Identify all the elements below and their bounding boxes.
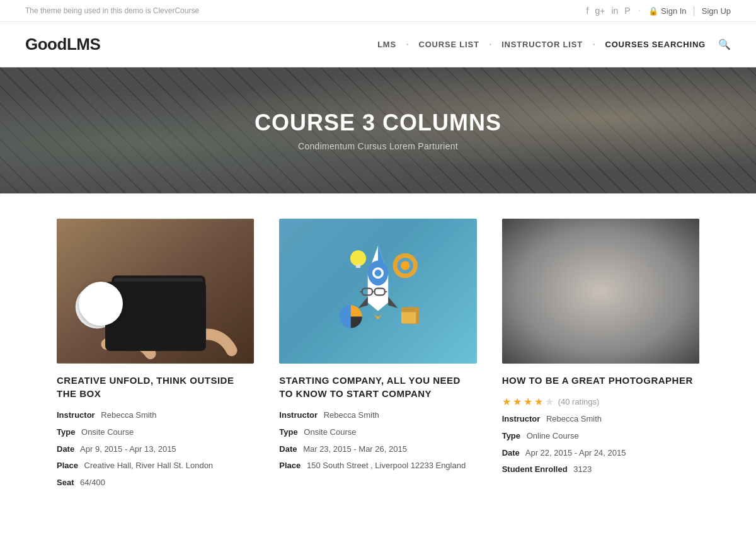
course-card-2[interactable]: STARTING COMPANY, ALL YOU NEED TO KNOW T… — [279, 219, 476, 503]
main-nav: LMS • COURSE LIST • INSTRUCTOR LIST • CO… — [375, 38, 731, 50]
svg-point-25 — [579, 236, 622, 284]
nav-instructor-list[interactable]: INSTRUCTOR LIST — [499, 40, 585, 49]
rating-count: (40 ratings) — [558, 397, 600, 406]
svg-point-6 — [82, 291, 113, 323]
course-info-1: CREATIVE UNFOLD, THINK OUTSIDE THE BOX I… — [57, 364, 254, 503]
course-meta-date-3: Date Apr 22, 2015 - Apr 24, 2015 — [502, 447, 699, 460]
theme-notice: The theme being used in this demo is Cle… — [25, 6, 199, 15]
svg-rect-36 — [626, 287, 644, 297]
svg-rect-2 — [112, 275, 205, 344]
facebook-icon[interactable]: f — [587, 6, 589, 16]
svg-rect-30 — [578, 297, 623, 326]
course-meta-seat-1: Seat 64/400 — [57, 476, 254, 490]
course-meta-type-3: Type Online Course — [502, 430, 699, 443]
google-plus-icon[interactable]: g+ — [595, 6, 605, 16]
svg-point-32 — [592, 304, 609, 320]
svg-rect-24 — [502, 219, 699, 363]
star-5: ★ — [545, 396, 554, 408]
logo-bold: Good — [25, 35, 67, 54]
lock-icon: 🔒 — [648, 6, 658, 16]
sign-up-link[interactable]: Sign Up — [702, 6, 731, 16]
course-title-3: HOW TO BE A GREAT PHOTOGRAPHER — [502, 374, 699, 387]
top-bar-right: f g+ in P · 🔒 Sign In | Sign Up — [587, 5, 731, 16]
star-4-half: ★ — [534, 396, 543, 408]
course-info-3: HOW TO BE A GREAT PHOTOGRAPHER ★ ★ ★ ★ ★… — [502, 364, 699, 490]
courses-section: CREATIVE UNFOLD, THINK OUTSIDE THE BOX I… — [32, 219, 724, 503]
course-meta-place-2: Place 150 South Street , Liverpool 12233… — [279, 459, 476, 473]
social-links: f g+ in P — [587, 6, 631, 16]
course-info-2: STARTING COMPANY, ALL YOU NEED TO KNOW T… — [279, 364, 476, 486]
course-meta-date-2: Date Mar 23, 2015 - Mar 26, 2015 — [279, 443, 476, 456]
nav-course-list[interactable]: COURSE LIST — [416, 40, 481, 49]
svg-point-31 — [589, 301, 612, 323]
course-meta-date-1: Date Apr 9, 2015 - Apr 13, 2015 — [57, 443, 254, 456]
linkedin-icon[interactable]: in — [611, 6, 618, 16]
course-meta-place-1: Place Creative Hall, River Hall St. Lond… — [57, 459, 254, 473]
course-card-3[interactable]: HOW TO BE A GREAT PHOTOGRAPHER ★ ★ ★ ★ ★… — [502, 219, 699, 503]
svg-rect-34 — [580, 297, 593, 303]
nav-courses-searching[interactable]: COURSES SEARCHING — [602, 40, 708, 49]
photographer-illustration — [502, 219, 699, 364]
divider-dot: · — [638, 5, 641, 16]
site-logo[interactable]: GoodLMS — [25, 35, 100, 54]
course-image-3 — [502, 219, 699, 364]
svg-rect-28 — [570, 282, 632, 363]
svg-rect-18 — [401, 308, 416, 312]
search-icon[interactable]: 🔍 — [718, 38, 731, 50]
hero-banner: COURSE 3 COLUMNS Condimentum Cursus Lore… — [0, 67, 756, 193]
site-header: GoodLMS LMS • COURSE LIST • INSTRUCTOR L… — [0, 22, 756, 67]
svg-rect-29 — [576, 294, 626, 329]
nav-dot-3: • — [593, 41, 595, 48]
svg-rect-35 — [557, 287, 576, 297]
nav-dot-2: • — [490, 41, 492, 48]
course-meta-type-1: Type Onsite Course — [57, 426, 254, 439]
svg-rect-26 — [570, 241, 632, 246]
sign-in-link[interactable]: 🔒 Sign In — [648, 6, 686, 16]
svg-rect-27 — [580, 222, 621, 244]
course-meta-instructor-1: Instructor Rebecca Smith — [57, 409, 254, 422]
svg-point-10 — [350, 250, 366, 266]
auth-separator: | — [693, 5, 696, 16]
logo-light: LMS — [67, 35, 100, 54]
rocket-illustration — [321, 234, 435, 348]
hero-subtitle: Condimentum Cursus Lorem Parturient — [298, 141, 458, 151]
courses-grid: CREATIVE UNFOLD, THINK OUTSIDE THE BOX I… — [57, 219, 699, 503]
nav-dot-1: • — [406, 41, 409, 48]
svg-point-33 — [596, 308, 605, 316]
star-2: ★ — [513, 396, 522, 408]
hero-title: COURSE 3 COLUMNS — [255, 110, 501, 136]
star-3: ★ — [524, 396, 532, 408]
pinterest-icon[interactable]: P — [624, 6, 630, 16]
course-rating-3: ★ ★ ★ ★ ★ (40 ratings) — [502, 396, 699, 408]
course-image-1 — [57, 219, 254, 364]
svg-rect-11 — [356, 265, 360, 268]
svg-point-4 — [76, 285, 119, 328]
course-title-1: CREATIVE UNFOLD, THINK OUTSIDE THE BOX — [57, 374, 254, 400]
svg-point-5 — [80, 289, 115, 325]
course-meta-instructor-3: Instructor Rebecca Smith — [502, 413, 699, 426]
auth-links: 🔒 Sign In | Sign Up — [648, 5, 731, 16]
course-image-2 — [279, 219, 476, 364]
course-title-2: STARTING COMPANY, ALL YOU NEED TO KNOW T… — [279, 374, 476, 400]
course-meta-type-2: Type Onsite Course — [279, 426, 476, 439]
course-card-1[interactable]: CREATIVE UNFOLD, THINK OUTSIDE THE BOX I… — [57, 219, 254, 503]
course-thumbnail-svg-1 — [57, 219, 254, 364]
top-bar: The theme being used in this demo is Cle… — [0, 0, 756, 22]
svg-point-9 — [401, 261, 410, 270]
course-meta-instructor-2: Instructor Rebecca Smith — [279, 409, 476, 422]
nav-lms[interactable]: LMS — [375, 40, 399, 49]
svg-rect-3 — [114, 278, 203, 340]
star-1: ★ — [502, 396, 511, 408]
course-meta-enrolled-3: Student Enrolled 3123 — [502, 463, 699, 476]
svg-point-14 — [375, 270, 382, 277]
